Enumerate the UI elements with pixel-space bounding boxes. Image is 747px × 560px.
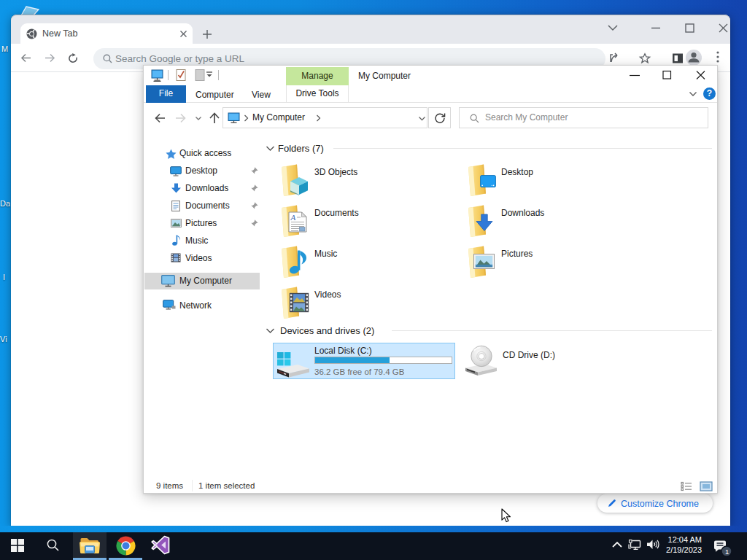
svg-text:A: A xyxy=(290,213,296,222)
svg-text:1: 1 xyxy=(725,548,729,556)
